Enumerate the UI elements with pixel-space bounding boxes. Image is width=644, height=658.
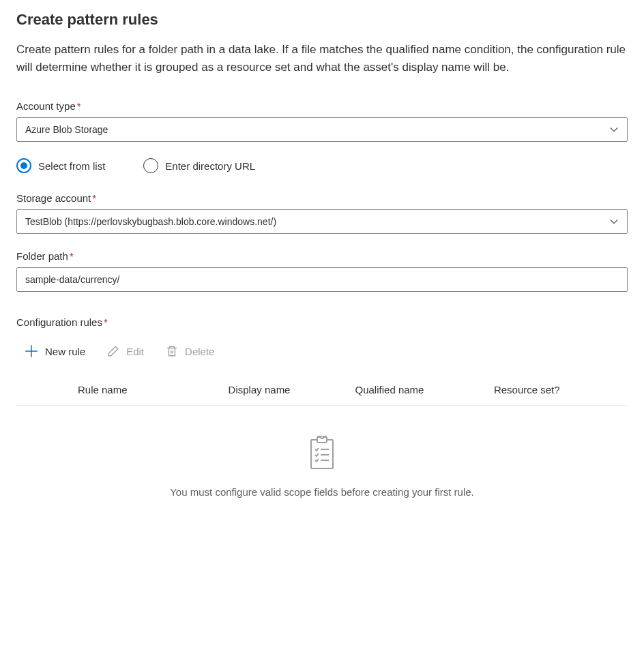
edit-button: Edit (104, 342, 147, 361)
empty-state: You must configure valid scope fields be… (16, 406, 628, 511)
folder-path-input[interactable] (16, 267, 628, 292)
new-rule-button[interactable]: New rule (22, 342, 88, 361)
rules-toolbar: New rule Edit Delete (16, 339, 628, 374)
pencil-icon (107, 345, 119, 357)
config-rules-heading: Configuration rules* (16, 316, 628, 328)
page-title: Create pattern rules (16, 11, 628, 29)
account-type-select[interactable]: Azure Blob Storage (16, 117, 628, 142)
storage-account-value: TestBlob (https://perlovskybugbash.blob.… (25, 216, 276, 227)
chevron-down-icon (609, 217, 619, 226)
rules-table: Rule name Display name Qualified name Re… (16, 374, 628, 406)
table-header-row: Rule name Display name Qualified name Re… (16, 374, 628, 406)
radio-enter-url[interactable]: Enter directory URL (143, 158, 255, 173)
new-rule-label: New rule (45, 346, 85, 357)
col-qualified-name[interactable]: Qualified name (355, 374, 494, 406)
account-type-label: Account type* (16, 100, 628, 112)
radio-unselected-icon (143, 158, 158, 173)
col-rule-name[interactable]: Rule name (16, 374, 229, 406)
plus-icon (25, 344, 38, 358)
radio-select-from-list[interactable]: Select from list (16, 158, 105, 173)
col-display-name[interactable]: Display name (229, 374, 355, 406)
radio-selected-icon (16, 158, 31, 173)
delete-label: Delete (185, 346, 214, 357)
source-mode-radio-group: Select from list Enter directory URL (16, 158, 628, 173)
svg-point-2 (321, 436, 323, 438)
storage-account-select[interactable]: TestBlob (https://perlovskybugbash.blob.… (16, 209, 628, 234)
account-type-value: Azure Blob Storage (25, 124, 108, 135)
col-resource-set[interactable]: Resource set? (494, 374, 628, 406)
delete-button: Delete (163, 342, 217, 361)
storage-account-label: Storage account* (16, 192, 628, 204)
clipboard-icon (308, 436, 336, 471)
page-description: Create pattern rules for a folder path i… (16, 41, 628, 76)
radio-enter-url-label: Enter directory URL (165, 160, 255, 172)
edit-label: Edit (126, 346, 144, 357)
chevron-down-icon (609, 125, 619, 134)
trash-icon (166, 345, 178, 357)
empty-state-message: You must configure valid scope fields be… (16, 486, 628, 498)
folder-path-label: Folder path* (16, 250, 628, 262)
radio-select-from-list-label: Select from list (38, 160, 105, 172)
